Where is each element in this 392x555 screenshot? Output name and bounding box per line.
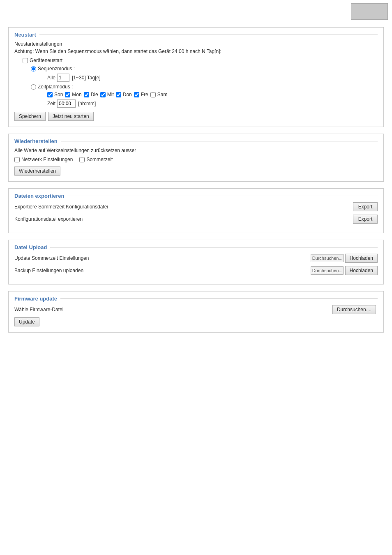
day-son: Son — [47, 92, 63, 97]
zeit-format-hint: [hh:mm] — [78, 101, 96, 106]
sequenz-radio-row: Sequenzmodus : — [31, 66, 378, 72]
upload-row2-label: Backup Einstellungen uploaden — [14, 268, 311, 273]
neustart-warning: Achtung: Wenn Sie den Sequenzmodus wähle… — [14, 49, 378, 54]
neustart-section: Neustart Neustarteinstallungen Achtung: … — [8, 27, 384, 127]
upload-row2-browse[interactable]: Durchsuchen... — [311, 266, 344, 275]
day-sam-label: Sam — [157, 92, 168, 97]
day-mon-label: Mon — [72, 92, 81, 97]
sommerzeit-label: Sommerzeit — [86, 157, 113, 162]
firmware-section: Firmware update Wähle Firmware-Datei Dur… — [8, 291, 384, 333]
day-die: Die — [84, 92, 98, 97]
speichern-button[interactable]: Speichern — [14, 112, 46, 121]
wiederherstellen-subtitle: Alle Werte auf Werkseinstellungen zurück… — [14, 148, 378, 153]
sequenz-label: Sequenzmodus : — [38, 66, 75, 72]
wiederherstellen-button[interactable]: Wiederherstellen — [14, 166, 60, 176]
upload-row1-browse[interactable]: Durchsuchen... — [311, 254, 344, 262]
day-sam-checkbox[interactable] — [150, 92, 156, 97]
sommerzeit-checkbox[interactable] — [79, 157, 85, 162]
export-row1-button[interactable]: Export — [353, 202, 378, 211]
zeit-label: Zeit — [47, 101, 55, 106]
wiederherstellen-title: Wiederherstellen — [14, 138, 58, 144]
days-row: Son Mon Die Mit Don Fre — [47, 92, 378, 97]
export-row2-button[interactable]: Export — [353, 215, 378, 224]
upload-row1-label: Update Sommerzeit Einstellungen — [14, 255, 311, 261]
netzwerk-checkbox[interactable] — [14, 157, 20, 162]
upload-row1-button[interactable]: Hochladen — [345, 254, 378, 263]
day-sam: Sam — [150, 92, 168, 97]
firmware-update-button[interactable]: Update — [14, 317, 39, 326]
zeit-input[interactable] — [57, 99, 76, 108]
top-bar — [0, 0, 392, 23]
firmware-browse-button[interactable]: Durchsuchen.... — [332, 305, 376, 314]
firmware-title: Firmware update — [14, 296, 57, 302]
firmware-header: Firmware update — [14, 296, 378, 302]
geraet-neustart-label: Geräteneustart — [30, 58, 62, 63]
day-mon-checkbox[interactable] — [65, 92, 70, 97]
jetzt-neu-starten-button[interactable]: Jetzt neu starten — [48, 112, 94, 121]
sequenz-radio[interactable] — [31, 66, 36, 72]
day-don-checkbox[interactable] — [116, 92, 121, 97]
tage-placeholder: [1~30] Tag[e] — [72, 75, 101, 81]
day-son-label: Son — [54, 92, 63, 97]
datei-upload-title: Datei Upload — [14, 244, 47, 250]
day-don-label: Don — [123, 92, 132, 97]
upload-row2-button[interactable]: Hochladen — [345, 266, 378, 275]
upload-row2-controls: Durchsuchen... Hochladen — [311, 266, 378, 275]
datei-upload-header: Datei Upload — [14, 244, 378, 250]
day-mit-checkbox[interactable] — [100, 92, 106, 97]
dateien-exportieren-section: Dateien exportieren Exportiere Sommerzei… — [8, 188, 384, 233]
upload-row1-controls: Durchsuchen... Hochladen — [311, 254, 378, 263]
export-row-1: Exportiere Sommerzeit Konfigurationsdate… — [14, 202, 378, 211]
neustart-title: Neustart — [14, 32, 36, 38]
zeitplan-radio-row: Zeitplanmodus : — [31, 84, 378, 90]
wiederherstellen-header: Wiederherstellen — [14, 138, 378, 144]
day-mon: Mon — [65, 92, 81, 97]
day-fre-label: Fre — [141, 92, 148, 97]
alle-label: Alle — [47, 75, 55, 81]
alle-value-input[interactable] — [57, 74, 69, 82]
day-don: Don — [116, 92, 132, 97]
export-row1-label: Exportiere Sommerzeit Konfigurationsdate… — [14, 204, 353, 210]
browse-label-2: Durchsuchen... — [312, 268, 343, 273]
firmware-row-label: Wähle Firmware-Datei — [14, 307, 332, 312]
main-content: Neustart Neustarteinstallungen Achtung: … — [0, 23, 392, 343]
geraet-neustart-row: Geräteneustart — [23, 58, 378, 63]
browse-label-1: Durchsuchen... — [312, 256, 343, 261]
alle-tage-row: Alle [1~30] Tag[e] — [47, 74, 378, 82]
firmware-buttons: Update — [14, 317, 378, 326]
firmware-row: Wähle Firmware-Datei Durchsuchen.... — [14, 305, 378, 314]
day-son-checkbox[interactable] — [47, 92, 53, 97]
netzwerk-label: Netzwerk Einstellungen — [21, 157, 73, 162]
upload-row-2: Backup Einstellungen uploaden Durchsuche… — [14, 266, 378, 275]
day-die-label: Die — [91, 92, 98, 97]
export-row2-label: Konfigurationsdatei exportieren — [14, 216, 353, 222]
neustart-header: Neustart — [14, 32, 378, 38]
upload-row-1: Update Sommerzeit Einstellungen Durchsuc… — [14, 254, 378, 263]
export-row-2: Konfigurationsdatei exportieren Export — [14, 215, 378, 224]
day-mit: Mit — [100, 92, 114, 97]
neustart-buttons: Speichern Jetzt neu starten — [14, 112, 378, 121]
day-fre-checkbox[interactable] — [134, 92, 139, 97]
netzwerk-row: Netzwerk Einstellungen Sommerzeit — [14, 157, 378, 162]
dateien-exportieren-header: Dateien exportieren — [14, 193, 378, 199]
day-mit-label: Mit — [107, 92, 114, 97]
wiederherstellen-section: Wiederherstellen Alle Werte auf Werksein… — [8, 134, 384, 182]
zeitplan-label: Zeitplanmodus : — [38, 84, 73, 90]
wiederherstellen-buttons: Wiederherstellen — [14, 166, 378, 176]
zeit-row: Zeit [hh:mm] — [47, 99, 378, 108]
geraet-neustart-checkbox[interactable] — [23, 58, 28, 63]
dateien-exportieren-title: Dateien exportieren — [14, 193, 64, 199]
day-fre: Fre — [134, 92, 148, 97]
day-die-checkbox[interactable] — [84, 92, 89, 97]
datei-upload-section: Datei Upload Update Sommerzeit Einstellu… — [8, 240, 384, 284]
neustart-settings-label: Neustarteinstallungen — [14, 41, 378, 47]
logo-box — [351, 3, 388, 20]
zeitplan-radio[interactable] — [31, 84, 36, 90]
